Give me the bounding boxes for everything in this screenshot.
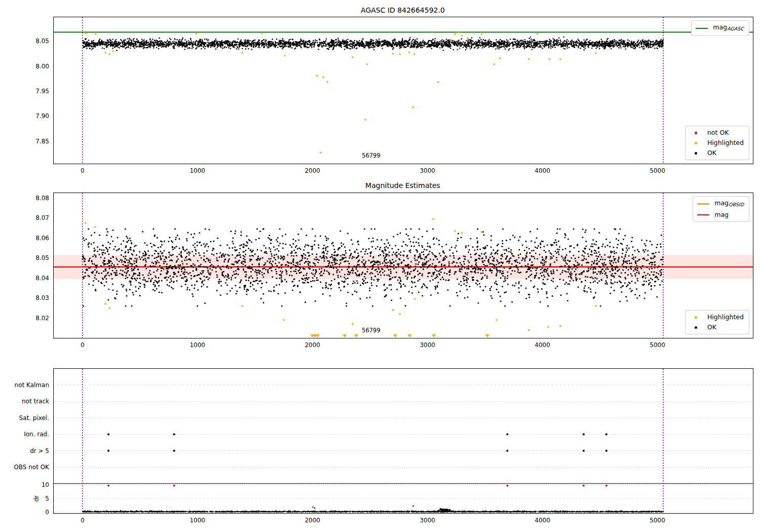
plot1-axes: 56799 magAGASC not OKHighlightedOK 01000… <box>53 17 753 164</box>
plot2-legend-point-types: HighlightedOK <box>685 310 749 334</box>
plot1-y-axis: 8.058.007.957.907.85 <box>3 17 54 164</box>
legend-label: magOBSID <box>714 199 744 209</box>
x-tick-label: 2000 <box>305 517 320 524</box>
legend-entry: magOBSID <box>697 199 744 209</box>
figure: AGASC ID 842664592.0 Magnitude Estimates… <box>0 0 760 532</box>
flag-row-label: not Kalman <box>15 382 49 389</box>
x-tick-label: 3000 <box>420 341 435 349</box>
plot1-legend-mag-agasc: magAGASC <box>691 20 749 36</box>
x-tick-label: 0 <box>81 517 85 524</box>
x-tick-label: 2000 <box>305 341 320 349</box>
legend-entry: not OK <box>690 129 744 137</box>
x-tick-label: 2000 <box>305 167 320 174</box>
flag-row-label: Ion. rad. <box>24 431 49 438</box>
legend-dot-swatch <box>695 142 697 144</box>
plot2-x-axis: 010002000300040005000 <box>54 338 753 350</box>
legend-label: Highlighted <box>707 313 744 321</box>
y-tick-label: 8.05 <box>35 254 49 261</box>
y-tick-label: 7.85 <box>35 138 49 145</box>
x-tick-label: 3000 <box>420 167 435 174</box>
y-tick-label: 8.00 <box>35 63 49 70</box>
x-tick-label: 5000 <box>650 341 665 349</box>
x-tick-label: 4000 <box>535 167 550 174</box>
x-tick-label: 3000 <box>420 517 435 524</box>
y-tick-label: 7.90 <box>35 112 49 120</box>
x-tick-label: 4000 <box>535 517 550 524</box>
legend-entry: Highlighted <box>690 139 744 147</box>
y-tick-label: 8.03 <box>35 294 49 301</box>
y-tick-label: 8.05 <box>35 37 49 45</box>
y-tick-label: 8.08 <box>35 195 49 202</box>
plot1-title: AGASC ID 842664592.0 <box>53 6 752 14</box>
plot1-annotation: 56799 <box>362 152 381 159</box>
x-tick-label: 0 <box>81 167 85 174</box>
y-tick-label: 8.06 <box>35 235 49 242</box>
legend-line-swatch <box>697 203 709 205</box>
legend-dot-swatch <box>695 316 697 319</box>
legend-entry: mag <box>697 211 744 219</box>
dr-tick-label: 0 <box>45 509 49 516</box>
plot3-y-axis: not Kalmannot trackSat. pixel.Ion. rad.d… <box>3 369 54 513</box>
legend-line-swatch <box>697 214 709 215</box>
y-tick-label: 8.04 <box>35 275 49 282</box>
legend-label: Highlighted <box>707 139 744 147</box>
x-tick-label: 1000 <box>189 167 205 174</box>
dr-tick-label: 5 <box>45 495 49 502</box>
plot1-x-axis: 010002000300040005000 <box>54 164 753 176</box>
legend-dot-swatch <box>695 152 697 155</box>
flag-row-label: not track <box>22 398 49 405</box>
plot2-title: Magnitude Estimates <box>53 181 752 189</box>
x-tick-label: 0 <box>81 341 85 349</box>
legend-label: OK <box>707 149 716 157</box>
legend-dot-swatch <box>695 326 697 329</box>
x-tick-label: 1000 <box>189 517 205 524</box>
dr-tick-label: 10 <box>42 481 49 488</box>
plot1-canvas <box>54 17 753 164</box>
legend-entry: Highlighted <box>690 313 744 321</box>
flag-row-label: dr > 5 <box>30 447 49 454</box>
plot2-annotation: 56799 <box>362 327 381 334</box>
plot2-y-axis: 8.088.078.068.058.048.038.02 <box>3 193 54 338</box>
x-tick-label: 5000 <box>650 517 665 524</box>
legend-dot-swatch <box>695 132 697 134</box>
legend-entry: magAGASC <box>696 23 744 33</box>
x-tick-label: 1000 <box>189 341 205 349</box>
y-tick-label: 8.02 <box>35 315 49 322</box>
flag-row-label: Sat. pixel. <box>19 414 49 422</box>
x-tick-label: 5000 <box>650 167 665 174</box>
legend-line-swatch <box>696 28 708 29</box>
legend-label: OK <box>707 323 716 331</box>
legend-entry: OK <box>690 149 744 157</box>
plot3-x-axis: 010002000300040005000 <box>54 513 753 525</box>
legend-label: magAGASC <box>713 23 744 33</box>
flag-row-label: OBS not OK <box>14 464 49 471</box>
plot2-canvas <box>54 193 753 338</box>
plot3-axes: 010002000300040005000 not Kalmannot trac… <box>53 368 753 514</box>
y-tick-label: 8.07 <box>35 214 49 221</box>
plot1-legend-point-types: not OKHighlightedOK <box>685 126 749 160</box>
plot2-axes: 56799 magOBSIDmag HighlightedOK 01000200… <box>53 193 753 338</box>
y-tick-label: 7.95 <box>35 88 49 95</box>
legend-entry: OK <box>690 323 744 331</box>
plot3-canvas <box>54 369 753 513</box>
dr-axis-label: dr <box>33 496 40 502</box>
legend-label: mag <box>714 211 729 219</box>
x-tick-label: 4000 <box>535 341 550 349</box>
plot2-legend-mag-lines: magOBSIDmag <box>693 196 749 222</box>
legend-label: not OK <box>707 129 729 137</box>
